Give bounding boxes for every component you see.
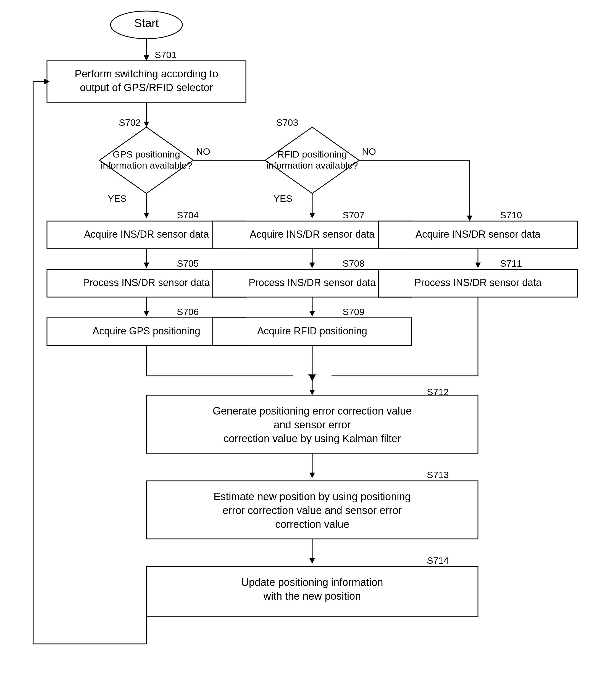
s703-label: S703 [276,117,298,128]
s710-text: Acquire INS/DR sensor data [415,228,541,240]
s708-label: S708 [343,258,364,269]
s707-text: Acquire INS/DR sensor data [250,228,375,240]
s708-text: Process INS/DR sensor data [249,277,376,288]
s713-line3: correction value [275,518,349,530]
s713-label: S713 [427,470,449,480]
s702-line1: GPS positioning [113,149,180,159]
s712-line1: Generate positioning error correction va… [213,405,412,417]
s701-line1: Perform switching according to [74,68,218,79]
s707-label: S707 [343,210,364,220]
s702-line2: information available? [101,160,192,171]
svg-rect-4 [47,61,246,102]
start-label: Start [134,17,159,30]
s710-label: S710 [500,210,522,220]
s714-line1: Update positioning information [241,576,383,588]
s702-label: S702 [119,117,141,128]
s712-line3: correction value by using Kalman filter [223,433,401,445]
no-703: NO [362,146,376,157]
no-702: NO [196,146,210,157]
s713-line2: error correction value and sensor error [223,505,402,516]
diagram-container: Start S701 Perform switching according t… [0,0,589,700]
s714-label: S714 [427,555,449,566]
s701-line2: output of GPS/RFID selector [80,82,213,94]
s701-label: S701 [155,49,177,60]
s704-label: S704 [177,210,199,220]
s704-text: Acquire INS/DR sensor data [84,228,209,240]
s709-text: Acquire RFID positioning [257,325,367,337]
s706-text: Acquire GPS positioning [92,325,200,337]
s711-label: S711 [500,258,522,269]
s711-text: Process INS/DR sensor data [414,277,542,288]
s714-line2: with the new position [263,590,361,602]
yes-703: YES [273,193,292,204]
s705-text: Process INS/DR sensor data [83,277,210,288]
s706-label: S706 [177,307,199,317]
yes-702: YES [108,193,127,204]
s703-line2: information available? [266,160,358,171]
s713-line1: Estimate new position by using positioni… [214,491,411,502]
s703-line1: RFID positioning [277,149,347,159]
s705-label: S705 [177,258,199,269]
s709-label: S709 [343,307,364,317]
s712-line2: and sensor error [274,419,351,430]
